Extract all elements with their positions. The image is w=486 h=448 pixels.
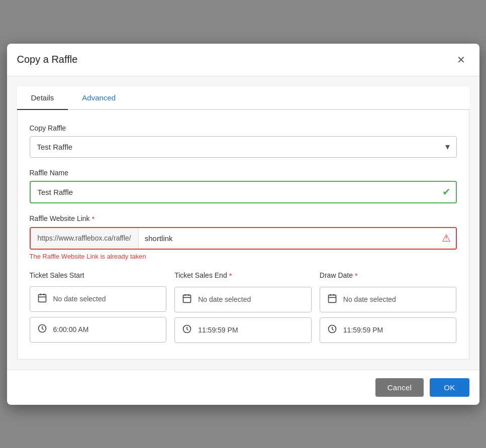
ticket-sales-end-date-button[interactable]: No date selected	[174, 287, 312, 312]
raffle-website-label: Raffle Website Link *	[30, 214, 457, 223]
draw-date-time-text: 11:59:59 PM	[343, 326, 383, 334]
copy-raffle-select-wrapper: Test Raffle ▾	[30, 136, 457, 158]
ticket-sales-start-date-button[interactable]: No date selected	[30, 286, 167, 312]
draw-date-column: Draw Date *	[320, 271, 457, 343]
date-time-grid: Ticket Sales Start No date select	[30, 271, 457, 343]
ticket-sales-end-time-button[interactable]: 11:59:59 PM	[174, 317, 312, 343]
cancel-button[interactable]: Cancel	[375, 378, 424, 397]
ticket-sales-start-date-text: No date selected	[53, 295, 106, 303]
ok-button[interactable]: OK	[430, 378, 469, 397]
calendar-icon-start	[37, 293, 47, 305]
required-star-end: *	[229, 271, 232, 280]
required-star: *	[92, 214, 95, 223]
copy-raffle-field: Copy Raffle Test Raffle ▾	[30, 124, 457, 158]
url-input-container: https://www.rafflebox.ca/raffle/ ⚠	[30, 227, 457, 250]
draw-date-text: No date selected	[343, 295, 396, 303]
tab-bar: Details Advanced	[17, 86, 469, 110]
ticket-sales-start-column: Ticket Sales Start No date select	[30, 271, 167, 343]
url-error-message: The Raffle Website Link is already taken	[30, 253, 457, 260]
ticket-sales-end-label: Ticket Sales End *	[174, 271, 312, 280]
dialog-title: Copy a Raffle	[17, 54, 78, 65]
url-input-wrapper: https://www.rafflebox.ca/raffle/ ⚠	[30, 227, 457, 250]
dialog-header: Copy a Raffle ✕	[7, 44, 479, 76]
ticket-sales-start-label: Ticket Sales Start	[30, 271, 167, 279]
close-button[interactable]: ✕	[453, 52, 469, 68]
shortlink-input[interactable]	[139, 228, 456, 249]
ticket-sales-end-date-text: No date selected	[198, 295, 251, 303]
draw-date-label: Draw Date *	[320, 271, 457, 280]
required-star-draw: *	[355, 271, 358, 280]
tab-advanced[interactable]: Advanced	[68, 86, 130, 110]
copy-raffle-label: Copy Raffle	[30, 124, 457, 132]
dialog-footer: Cancel OK	[7, 370, 479, 405]
ticket-sales-end-time-text: 11:59:59 PM	[198, 326, 238, 334]
raffle-website-field: Raffle Website Link * https://www.raffle…	[30, 214, 457, 260]
raffle-name-label: Raffle Name	[30, 169, 457, 177]
copy-raffle-select[interactable]: Test Raffle	[30, 136, 457, 158]
checkmark-icon: ✔	[442, 186, 451, 198]
url-prefix: https://www.rafflebox.ca/raffle/	[31, 228, 139, 249]
svg-rect-0	[38, 294, 46, 302]
clock-icon-end	[182, 324, 192, 337]
svg-rect-10	[328, 295, 336, 302]
tab-content-details: Copy Raffle Test Raffle ▾ Raffle Name ✔	[17, 110, 469, 360]
draw-date-time-button[interactable]: 11:59:59 PM	[320, 317, 457, 343]
dialog-body: Details Advanced Copy Raffle Test Raffle…	[7, 76, 479, 370]
calendar-icon-draw	[327, 293, 337, 306]
ticket-sales-start-time-text: 6:00:00 AM	[53, 325, 89, 333]
error-circle-icon: ⚠	[442, 232, 451, 244]
raffle-name-field: Raffle Name ✔	[30, 169, 457, 203]
draw-date-button[interactable]: No date selected	[320, 287, 457, 312]
clock-icon-start	[37, 323, 47, 336]
raffle-name-input-wrapper: ✔	[30, 181, 457, 203]
ticket-sales-start-time-button[interactable]: 6:00:00 AM	[30, 317, 167, 343]
ticket-sales-end-column: Ticket Sales End *	[174, 271, 312, 343]
copy-raffle-dialog: Copy a Raffle ✕ Details Advanced Copy Ra…	[7, 44, 479, 405]
calendar-icon-end	[182, 293, 192, 306]
tab-details[interactable]: Details	[17, 86, 68, 110]
clock-icon-draw	[327, 324, 337, 337]
svg-rect-5	[183, 295, 191, 302]
raffle-name-input[interactable]	[30, 181, 457, 203]
